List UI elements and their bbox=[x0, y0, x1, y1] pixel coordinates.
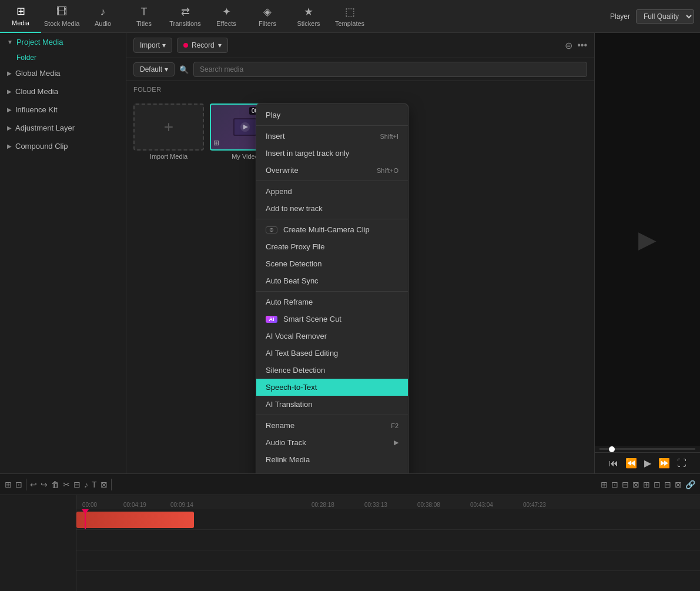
player-fullscreen-button[interactable]: ⛶ bbox=[677, 458, 686, 469]
toolbar-item-media[interactable]: ⊞ Media bbox=[0, 0, 41, 33]
toolbar-item-effects[interactable]: ✦ Effects bbox=[206, 0, 247, 33]
tick-1: 00:04:19 bbox=[123, 495, 146, 509]
toolbar-item-audio[interactable]: ♪ Audio bbox=[82, 0, 123, 33]
import-button[interactable]: Import ▾ bbox=[133, 38, 172, 53]
cut-button[interactable]: ✂ bbox=[63, 480, 70, 489]
redo-button[interactable]: ↪ bbox=[41, 480, 48, 489]
ctx-create-proxy[interactable]: Create Proxy File bbox=[256, 238, 408, 255]
timeline-right-btn-4[interactable]: ⊠ bbox=[632, 480, 639, 489]
ctx-ai-translation[interactable]: AI Translation bbox=[256, 396, 408, 413]
ctx-ai-text-based-editing[interactable]: AI Text Based Editing bbox=[256, 345, 408, 362]
ctx-divider-4 bbox=[256, 291, 408, 292]
text-button[interactable]: T bbox=[92, 480, 97, 489]
sidebar-item-compound-clip[interactable]: ▶ Compound Clip bbox=[0, 137, 126, 155]
tick-4: 00:33:13 bbox=[364, 495, 387, 509]
video-grid-icon: ⊞ bbox=[213, 139, 219, 147]
ctx-divider-3 bbox=[256, 219, 408, 219]
tick-label-3: 00:28:18 bbox=[312, 502, 334, 508]
timeline-right-btn-9[interactable]: 🔗 bbox=[685, 480, 695, 489]
tick-label-5: 00:38:08 bbox=[417, 502, 440, 508]
add-track-button[interactable]: ⊞ bbox=[5, 480, 12, 489]
toolbar-item-filters[interactable]: ◈ Filters bbox=[247, 0, 288, 33]
sidebar-label-folder: Folder bbox=[16, 54, 36, 62]
toolbar-item-templates[interactable]: ⬚ Templates bbox=[329, 0, 370, 33]
ctx-rename[interactable]: Rename F2 bbox=[256, 417, 408, 434]
ctx-relink-media[interactable]: Relink Media bbox=[256, 451, 408, 468]
ctx-play[interactable]: Play bbox=[256, 106, 408, 123]
audio-button[interactable]: ♪ bbox=[84, 480, 88, 489]
filter-icon[interactable]: ⊜ bbox=[565, 40, 572, 51]
crop-button[interactable]: ⊠ bbox=[101, 480, 108, 489]
import-media-thumb[interactable]: + bbox=[133, 103, 204, 151]
toolbar-item-titles[interactable]: T Titles bbox=[123, 0, 165, 33]
ctx-auto-reframe[interactable]: Auto Reframe bbox=[256, 293, 408, 310]
delete-button[interactable]: 🗑 bbox=[51, 480, 59, 489]
record-button[interactable]: Record ▾ bbox=[177, 38, 228, 53]
record-label: Record bbox=[192, 41, 215, 49]
player-fast-button[interactable]: ⏩ bbox=[658, 458, 670, 469]
ctx-insert[interactable]: Insert Shift+I bbox=[256, 128, 408, 145]
trim-button[interactable]: ⊟ bbox=[73, 480, 81, 489]
ctx-insert-target-label: Insert in target track only bbox=[266, 149, 349, 158]
timeline-right-btn-3[interactable]: ⊟ bbox=[622, 480, 629, 489]
ctx-insert-target[interactable]: Insert in target track only bbox=[256, 145, 408, 162]
player-progress-bar[interactable] bbox=[599, 448, 695, 450]
ctx-audio-track[interactable]: Audio Track ▶ bbox=[256, 434, 408, 451]
player-slow-button[interactable]: ⏪ bbox=[625, 458, 637, 469]
sidebar-item-project-media[interactable]: ▼ Project Media bbox=[0, 33, 126, 51]
ctx-add-new-track-label: Add to new track bbox=[266, 204, 323, 213]
timeline-right-btn-7[interactable]: ⊟ bbox=[664, 480, 671, 489]
ctx-speech-to-text[interactable]: Speech-to-Text bbox=[256, 379, 408, 396]
timeline-track-3 bbox=[76, 550, 700, 571]
timeline-tool-button[interactable]: ⊡ bbox=[15, 480, 22, 489]
sidebar-item-global-media[interactable]: ▶ Global Media bbox=[0, 64, 126, 82]
sidebar-item-folder[interactable]: Folder bbox=[0, 51, 126, 64]
import-media-item[interactable]: + Import Media bbox=[133, 103, 204, 160]
ctx-smart-scene-cut[interactable]: AI Smart Scene Cut bbox=[256, 310, 408, 328]
timeline-right-btn-5[interactable]: ⊞ bbox=[643, 480, 650, 489]
timeline-track-area: 00:00 00:04:19 00:09:14 00:28:18 00:33:1… bbox=[0, 495, 700, 591]
ctx-add-new-track[interactable]: Add to new track bbox=[256, 200, 408, 217]
search-icon: 🔍 bbox=[179, 65, 189, 74]
search-bar: Default ▾ 🔍 bbox=[126, 58, 594, 81]
sidebar-item-adjustment-layer[interactable]: ▶ Adjustment Layer bbox=[0, 119, 126, 137]
timeline-labels bbox=[0, 495, 76, 591]
toolbar-item-stickers[interactable]: ★ Stickers bbox=[288, 0, 329, 33]
timeline-right-btn-6[interactable]: ⊡ bbox=[654, 480, 661, 489]
ctx-divider-5 bbox=[256, 415, 408, 415]
player-prev-button[interactable]: ⏮ bbox=[609, 458, 618, 469]
tick-2: 00:09:14 bbox=[170, 495, 193, 509]
toolbar-label-audio: Audio bbox=[95, 20, 111, 27]
ctx-silence-detection[interactable]: Silence Detection bbox=[256, 362, 408, 379]
player-play-button[interactable]: ▶ bbox=[644, 458, 651, 469]
default-dropdown-button[interactable]: Default ▾ bbox=[133, 62, 175, 76]
ctx-divider-1 bbox=[256, 125, 408, 126]
timeline-clip-1[interactable] bbox=[76, 512, 194, 528]
ctx-create-multi-cam[interactable]: ⊙ Create Multi-Camera Clip bbox=[256, 221, 408, 238]
tick-label-1: 00:04:19 bbox=[123, 502, 146, 508]
ctx-scene-detection[interactable]: Scene Detection bbox=[256, 255, 408, 272]
toolbar-item-transitions[interactable]: ⇄ Transitions bbox=[165, 0, 206, 33]
toolbar-label-stickers: Stickers bbox=[297, 20, 320, 27]
ctx-ai-translation-label: AI Translation bbox=[266, 400, 313, 409]
ctx-auto-beat-sync[interactable]: Auto Beat Sync bbox=[256, 272, 408, 289]
timeline-right-btn-1[interactable]: ⊞ bbox=[601, 480, 608, 489]
ctx-divider-2 bbox=[256, 181, 408, 181]
ctx-overwrite[interactable]: Overwrite Shift+O bbox=[256, 162, 408, 179]
sidebar-label-compound-clip: Compound Clip bbox=[15, 142, 68, 151]
toolbar-item-stock-media[interactable]: 🎞 Stock Media bbox=[41, 0, 82, 33]
undo-button[interactable]: ↩ bbox=[30, 480, 37, 489]
quality-select[interactable]: Full Quality bbox=[636, 9, 694, 24]
timeline-right-btn-8[interactable]: ⊠ bbox=[675, 480, 682, 489]
ctx-ai-vocal-remover[interactable]: AI Vocal Remover bbox=[256, 328, 408, 345]
ctx-append[interactable]: Append bbox=[256, 183, 408, 200]
ctx-delete[interactable]: Delete Del bbox=[256, 468, 408, 473]
more-options-icon[interactable]: ••• bbox=[577, 40, 587, 51]
sidebar-item-cloud-media[interactable]: ▶ Cloud Media bbox=[0, 82, 126, 101]
timeline-right-btn-2[interactable]: ⊡ bbox=[611, 480, 618, 489]
sidebar-item-influence-kit[interactable]: ▶ Influence Kit bbox=[0, 101, 126, 119]
ctx-auto-reframe-label: Auto Reframe bbox=[266, 298, 313, 306]
search-input[interactable] bbox=[193, 62, 587, 77]
sidebar-label-global-media: Global Media bbox=[15, 69, 61, 78]
ctx-silence-detection-label: Silence Detection bbox=[266, 366, 325, 375]
